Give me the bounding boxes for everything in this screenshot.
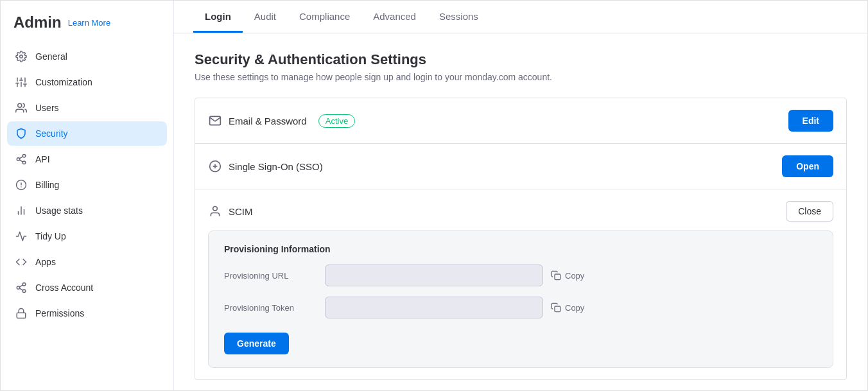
sidebar-item-label-users: Users <box>35 103 59 113</box>
email-password-icon <box>208 114 222 128</box>
tab-login[interactable]: Login <box>193 1 243 33</box>
scim-left: SCIM <box>208 204 786 218</box>
copy-url-label: Copy <box>565 271 584 281</box>
sidebar-item-security[interactable]: Security <box>7 121 167 146</box>
tidy-icon <box>15 230 28 243</box>
tab-audit[interactable]: Audit <box>243 1 288 33</box>
generate-button[interactable]: Generate <box>224 333 289 354</box>
copy-url-icon <box>551 270 561 281</box>
sidebar-item-usage-stats[interactable]: Usage stats <box>7 198 167 223</box>
sidebar-item-label-apps: Apps <box>35 257 56 267</box>
copy-token-icon <box>551 302 561 313</box>
bar-chart-icon <box>15 204 28 217</box>
svg-point-10 <box>18 103 22 107</box>
sidebar-nav: General Customization Users <box>1 44 173 326</box>
sidebar-item-cross-account[interactable]: Cross Account <box>7 275 167 300</box>
sliders-icon <box>15 76 28 89</box>
sidebar-item-label-customization: Customization <box>35 77 92 87</box>
sidebar-item-general[interactable]: General <box>7 44 167 69</box>
svg-rect-25 <box>17 313 26 318</box>
sso-section: Single Sign-On (SSO) Open <box>195 144 846 189</box>
sidebar: Admin Learn More General <box>1 1 174 390</box>
sso-title: Single Sign-On (SSO) <box>229 161 323 172</box>
provisioning-info-title: Provisioning Information <box>224 244 817 254</box>
shield-icon <box>15 127 28 140</box>
sidebar-item-apps[interactable]: Apps <box>7 250 167 274</box>
copy-url-button[interactable]: Copy <box>551 270 584 281</box>
sidebar-item-label-general: General <box>35 51 67 62</box>
sidebar-item-permissions[interactable]: Permissions <box>7 301 167 326</box>
tab-advanced[interactable]: Advanced <box>361 1 428 33</box>
close-button[interactable]: Close <box>786 201 833 222</box>
page-subtitle: Use these settings to manage how people … <box>195 72 847 82</box>
sidebar-item-label-permissions: Permissions <box>35 308 84 318</box>
provisioning-url-row: Provisioning URL Copy <box>224 265 817 286</box>
scim-title: SCIM <box>229 206 253 217</box>
svg-point-0 <box>20 55 23 58</box>
svg-line-15 <box>19 157 22 159</box>
tabs-bar: Login Audit Compliance Advanced Sessions <box>174 1 867 33</box>
provisioning-token-row: Provisioning Token Copy <box>224 297 817 318</box>
sso-left: Single Sign-On (SSO) <box>208 159 782 173</box>
sidebar-item-label-security: Security <box>35 128 68 139</box>
users-icon <box>15 101 28 114</box>
email-password-title: Email & Password <box>229 116 307 126</box>
sidebar-item-label-billing: Billing <box>35 180 59 190</box>
email-password-left: Email & Password Active <box>208 114 788 128</box>
sidebar-item-label-cross-account: Cross Account <box>35 282 93 293</box>
content-area: Security & Authentication Settings Use t… <box>174 33 867 390</box>
provisioning-token-label: Provisioning Token <box>224 303 317 313</box>
active-badge: Active <box>318 114 355 128</box>
open-button[interactable]: Open <box>782 155 833 177</box>
provisioning-url-input[interactable] <box>325 265 543 286</box>
api-icon <box>15 153 28 166</box>
provisioning-token-input[interactable] <box>325 297 543 318</box>
sidebar-item-label-usage-stats: Usage stats <box>35 205 83 216</box>
learn-more-link[interactable]: Learn More <box>68 18 110 28</box>
sidebar-item-label-api: API <box>35 154 50 164</box>
sidebar-item-api[interactable]: API <box>7 147 167 171</box>
provisioning-url-label: Provisioning URL <box>224 271 317 281</box>
sidebar-item-billing[interactable]: Billing <box>7 173 167 197</box>
sections-container: Email & Password Active Edit Single Sign… <box>195 98 847 380</box>
sidebar-header: Admin Learn More <box>1 13 173 44</box>
dollar-icon <box>15 178 28 191</box>
code-icon <box>15 256 28 268</box>
sidebar-item-label-tidy-up: Tidy Up <box>35 231 66 241</box>
svg-line-14 <box>19 160 22 162</box>
sso-icon <box>208 159 222 173</box>
svg-rect-31 <box>555 306 560 312</box>
sidebar-item-users[interactable]: Users <box>7 96 167 120</box>
copy-token-button[interactable]: Copy <box>551 302 584 313</box>
scim-header: SCIM Close <box>208 201 833 222</box>
lock-icon <box>15 307 28 320</box>
sidebar-title: Admin <box>13 13 62 31</box>
tab-compliance[interactable]: Compliance <box>288 1 361 33</box>
scim-section: SCIM Close Provisioning Information Prov… <box>195 189 846 379</box>
cross-account-icon <box>15 281 28 294</box>
gear-icon <box>15 50 28 63</box>
copy-token-label: Copy <box>565 303 584 313</box>
edit-button[interactable]: Edit <box>788 110 833 132</box>
tab-sessions[interactable]: Sessions <box>428 1 490 33</box>
page-title: Security & Authentication Settings <box>195 51 847 68</box>
sidebar-item-customization[interactable]: Customization <box>7 70 167 94</box>
svg-rect-30 <box>555 274 560 280</box>
email-password-section: Email & Password Active Edit <box>195 98 846 144</box>
svg-point-29 <box>213 207 218 211</box>
sidebar-item-tidy-up[interactable]: Tidy Up <box>7 224 167 248</box>
main-content: Login Audit Compliance Advanced Sessions… <box>174 1 867 390</box>
scim-provisioning-container: Provisioning Information Provisioning UR… <box>208 230 833 368</box>
scim-icon <box>208 204 222 218</box>
